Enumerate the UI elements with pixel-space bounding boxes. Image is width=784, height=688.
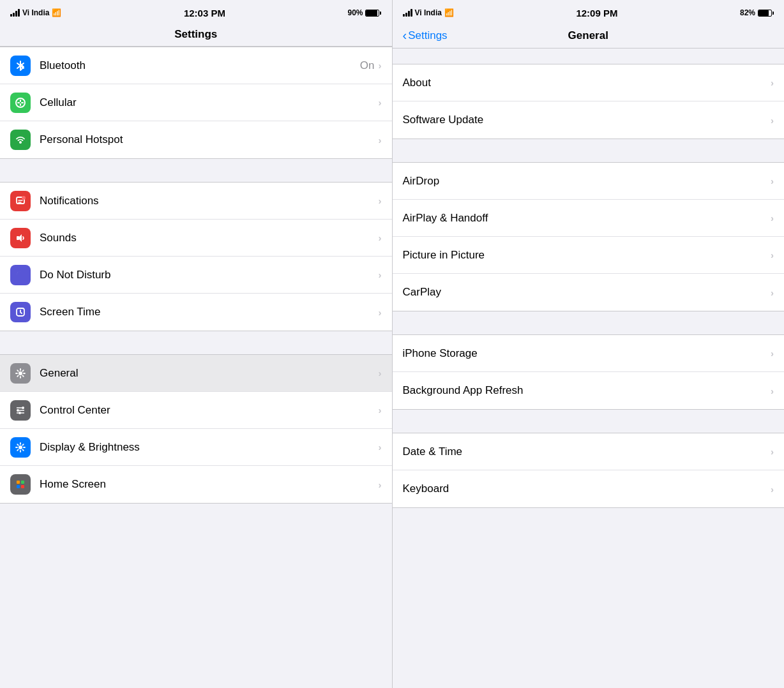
bluetooth-value: On [360, 59, 375, 72]
screen-time-label: Screen Time [40, 306, 379, 318]
airdrop-row[interactable]: AirDrop › [393, 163, 785, 200]
about-chevron: › [771, 77, 774, 88]
hotspot-icon [10, 130, 31, 150]
home-screen-label: Home Screen [40, 478, 379, 491]
keyboard-row[interactable]: Keyboard › [393, 470, 785, 507]
display-brightness-chevron: › [379, 442, 382, 452]
right-settings-scroll[interactable]: About › Software Update › AirDrop › AirP… [393, 49, 785, 688]
carplay-label: CarPlay [403, 286, 771, 299]
home-screen-icon [10, 474, 31, 495]
do-not-disturb-icon [10, 265, 31, 285]
screen-time-row[interactable]: Screen Time › [0, 294, 392, 331]
software-update-row[interactable]: Software Update › [393, 101, 785, 138]
picture-in-picture-row[interactable]: Picture in Picture › [393, 237, 785, 274]
left-carrier-signal: Vi India 📶 [10, 8, 61, 17]
keyboard-chevron: › [771, 484, 774, 495]
svg-point-9 [22, 407, 24, 409]
svg-point-14 [19, 445, 22, 449]
notifications-label: Notifications [40, 195, 379, 207]
back-button[interactable]: ‹ Settings [403, 28, 448, 43]
general-row[interactable]: General › [0, 355, 392, 392]
battery-icon [365, 10, 381, 17]
airplay-handoff-chevron: › [771, 213, 774, 223]
left-battery: 90% [347, 8, 381, 17]
general-chevron: › [379, 368, 382, 378]
left-battery-pct: 90% [347, 8, 363, 17]
left-group-system: Notifications › Sounds › [0, 182, 392, 331]
screen-time-icon [10, 302, 31, 322]
right-battery-icon [758, 10, 774, 17]
svg-point-1 [19, 141, 22, 144]
display-brightness-label: Display & Brightness [40, 441, 379, 454]
right-group-1: About › Software Update › [393, 64, 785, 139]
control-center-row[interactable]: Control Center › [0, 392, 392, 429]
iphone-storage-label: iPhone Storage [403, 347, 771, 360]
svg-rect-18 [21, 485, 24, 488]
iphone-storage-chevron: › [771, 348, 774, 359]
do-not-disturb-row[interactable]: Do Not Disturb › [0, 257, 392, 294]
sounds-row[interactable]: Sounds › [0, 220, 392, 257]
svg-rect-4 [17, 236, 19, 240]
left-nav-header: Settings [0, 23, 392, 47]
cellular-icon [10, 93, 31, 113]
cellular-row[interactable]: Cellular › [0, 84, 392, 121]
left-group-network: Bluetooth On › Cellular › [0, 47, 392, 159]
carplay-row[interactable]: CarPlay › [393, 274, 785, 311]
date-time-row[interactable]: Date & Time › [393, 433, 785, 470]
right-carrier-name: Vi India [415, 8, 442, 17]
signal-bars-icon [10, 9, 20, 17]
general-icon [10, 363, 31, 384]
screen-time-chevron: › [379, 307, 382, 318]
right-page-title: General [568, 29, 608, 42]
left-panel: Vi India 📶 12:03 PM 90% Settings [0, 0, 392, 688]
svg-point-6 [19, 371, 22, 375]
right-group-4: Date & Time › Keyboard › [393, 433, 785, 508]
svg-rect-17 [17, 485, 20, 488]
iphone-storage-row[interactable]: iPhone Storage › [393, 335, 785, 372]
bluetooth-icon [10, 56, 31, 76]
sounds-label: Sounds [40, 232, 379, 244]
personal-hotspot-row[interactable]: Personal Hotspot › [0, 121, 392, 158]
cellular-chevron: › [379, 97, 382, 108]
right-gap-1 [393, 139, 785, 162]
about-label: About [403, 77, 771, 89]
background-app-refresh-chevron: › [771, 385, 774, 396]
control-center-label: Control Center [40, 404, 379, 417]
right-wifi-icon: 📶 [444, 8, 454, 17]
bluetooth-label: Bluetooth [40, 59, 360, 72]
notifications-row[interactable]: Notifications › [0, 183, 392, 220]
airplay-handoff-label: AirPlay & Handoff [403, 212, 771, 225]
software-update-label: Software Update [403, 114, 771, 126]
background-app-refresh-row[interactable]: Background App Refresh › [393, 372, 785, 409]
carplay-chevron: › [771, 287, 774, 298]
back-chevron-icon: ‹ [403, 28, 407, 43]
bluetooth-row[interactable]: Bluetooth On › [0, 47, 392, 84]
date-time-label: Date & Time [403, 445, 771, 458]
airplay-handoff-row[interactable]: AirPlay & Handoff › [393, 200, 785, 237]
display-brightness-row[interactable]: Display & Brightness › [0, 429, 392, 466]
right-gap-0 [393, 49, 785, 64]
general-label: General [40, 367, 379, 380]
right-battery-pct: 82% [740, 8, 755, 17]
svg-point-7 [17, 409, 19, 412]
control-center-icon [10, 400, 31, 421]
right-nav-header: ‹ Settings General [393, 23, 785, 49]
left-carrier-name: Vi India [22, 8, 49, 17]
left-group-general: General › Control Center [0, 354, 392, 504]
right-status-bar: Vi India 📶 12:09 PM 82% [393, 0, 785, 23]
right-carrier-signal: Vi India 📶 [403, 8, 454, 17]
home-screen-row[interactable]: Home Screen › [0, 466, 392, 503]
svg-point-3 [22, 196, 26, 200]
section-gap-2 [0, 331, 392, 354]
software-update-chevron: › [771, 115, 774, 126]
left-page-title: Settings [174, 28, 217, 40]
bluetooth-chevron: › [379, 60, 382, 71]
right-battery: 82% [740, 8, 774, 17]
keyboard-label: Keyboard [403, 482, 771, 495]
svg-rect-15 [17, 481, 20, 484]
personal-hotspot-chevron: › [379, 135, 382, 146]
left-settings-scroll[interactable]: Bluetooth On › Cellular › [0, 47, 392, 688]
right-gap-3 [393, 410, 785, 433]
about-row[interactable]: About › [393, 64, 785, 101]
left-status-bar: Vi India 📶 12:03 PM 90% [0, 0, 392, 23]
